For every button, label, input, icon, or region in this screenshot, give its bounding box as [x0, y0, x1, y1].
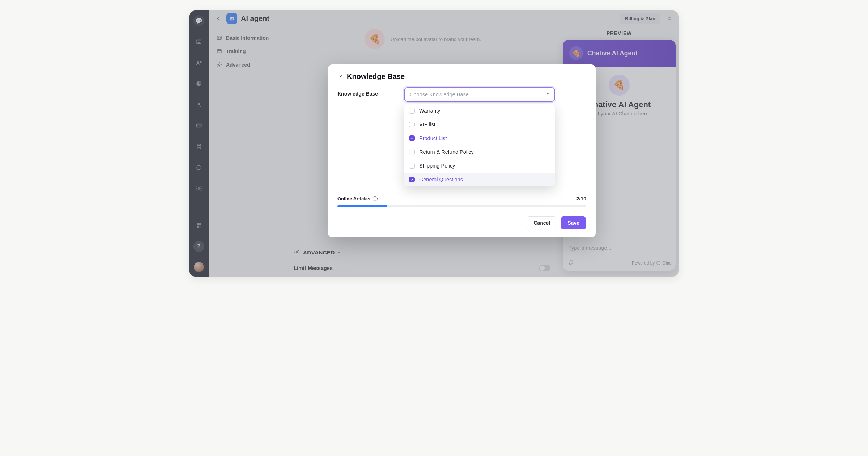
checkbox-icon — [409, 149, 415, 155]
kb-field-label: Knowledge Base — [337, 87, 404, 102]
kb-option[interactable]: Product List — [404, 131, 555, 145]
kb-option[interactable]: VIP list — [404, 118, 555, 131]
kb-select[interactable]: Choose Knowledge Base ⌃ — [404, 87, 555, 102]
kb-option-label: General Questions — [419, 177, 463, 182]
articles-progress — [337, 205, 586, 207]
kb-option-label: Shipping Policy — [419, 163, 455, 169]
articles-label: Online Articles — [337, 196, 370, 202]
modal-title: Knowledge Base — [347, 72, 405, 81]
kb-option[interactable]: Shipping Policy — [404, 159, 555, 173]
kb-option-label: VIP list — [419, 122, 435, 127]
knowledge-base-modal: Knowledge Base Knowledge Base Choose Kno… — [328, 64, 596, 237]
checkbox-icon — [409, 122, 415, 127]
kb-option[interactable]: General Questions — [404, 173, 555, 186]
save-button[interactable]: Save — [561, 216, 586, 229]
kb-option-label: Return & Refund Policy — [419, 149, 474, 155]
kb-option-label: Warranty — [419, 108, 440, 114]
app-shell: 💬 — [189, 10, 679, 277]
kb-option-label: Product List — [419, 135, 447, 141]
kb-select-placeholder: Choose Knowledge Base — [410, 92, 469, 97]
cancel-button[interactable]: Cancel — [527, 216, 557, 229]
checkbox-icon — [409, 108, 415, 114]
kb-option[interactable]: Return & Refund Policy — [404, 145, 555, 159]
kb-option[interactable]: Warranty — [404, 104, 555, 118]
checkbox-icon — [409, 135, 415, 141]
info-icon[interactable]: i — [373, 196, 378, 201]
articles-count: 2/10 — [576, 196, 586, 202]
chevron-up-icon: ⌃ — [546, 92, 549, 97]
modal-back-button[interactable] — [337, 73, 345, 80]
checkbox-icon — [409, 177, 415, 182]
checkbox-icon — [409, 163, 415, 169]
kb-dropdown: WarrantyVIP listProduct ListReturn & Ref… — [404, 104, 555, 186]
